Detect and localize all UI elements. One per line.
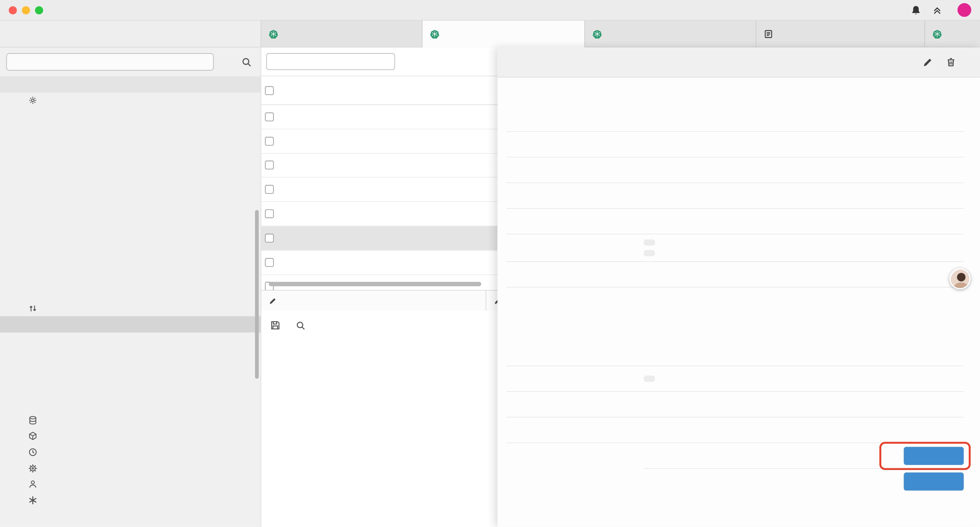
close-window-button[interactable]: [9, 6, 17, 14]
sidebar-item-services[interactable]: [0, 316, 261, 332]
sidebar-scrollbar-thumb[interactable]: [255, 210, 259, 379]
kubernetes-icon: [592, 29, 602, 38]
drawer-body: [497, 77, 980, 527]
filter-bar: [261, 47, 497, 76]
sidebar-item-definitions[interactable]: [0, 508, 261, 524]
sidebar-item-mutating-webhook-configurations[interactable]: [0, 268, 261, 284]
port-row: [644, 443, 964, 469]
table-row[interactable]: [261, 153, 497, 178]
kubeconfig-select[interactable]: [6, 53, 214, 70]
person-icon: [28, 479, 39, 489]
sidebar-item-ingress-classes[interactable]: [0, 364, 261, 380]
trash-icon[interactable]: [946, 57, 956, 68]
table-row[interactable]: [261, 202, 497, 226]
sidebar-item-port-forwarding[interactable]: [0, 396, 261, 412]
upgrade-icon: [932, 5, 942, 15]
tab-services[interactable]: [423, 21, 585, 48]
tab-argo[interactable]: [925, 21, 980, 47]
app-window: [0, 0, 980, 527]
row-checkbox[interactable]: [265, 137, 274, 145]
sidebar-item-validating-webhook-configurations[interactable]: [0, 284, 261, 300]
sidebar-item-limit-ranges[interactable]: [0, 156, 261, 172]
sidebar-item-cron-jobs[interactable]: [0, 76, 261, 92]
sidebar-item-ingresses[interactable]: [0, 348, 261, 364]
sidebar-item-pod-disruption-budgets[interactable]: [0, 204, 261, 220]
notification-count-badge[interactable]: [958, 3, 971, 17]
sidebar-item-namespaces[interactable]: [0, 428, 261, 444]
namespace-select[interactable]: [266, 53, 395, 70]
sidebar-item-resource-quotas[interactable]: [0, 140, 261, 156]
tab-strip: [0, 21, 980, 48]
field-type: [506, 262, 964, 288]
table-row-selected[interactable]: [261, 226, 497, 250]
save-icon[interactable]: [270, 320, 280, 331]
field-cluster-ip: [506, 341, 964, 366]
table-row[interactable]: [261, 178, 497, 202]
field-session-affinity: [506, 288, 964, 313]
clock-icon: [28, 447, 39, 457]
upgrade-button[interactable]: [932, 5, 946, 15]
sidebar-item-secrets[interactable]: [0, 124, 261, 140]
table-header: [261, 76, 497, 105]
sidebar-group-helm[interactable]: [0, 460, 261, 476]
sidebar-item-config-maps[interactable]: [0, 108, 261, 124]
editor-toolbar: [261, 310, 497, 340]
sidebar-item-horizontal-pod-autoscalers[interactable]: [0, 172, 261, 188]
search-icon[interactable]: [241, 57, 252, 67]
kubernetes-icon: [932, 29, 942, 38]
sidebar-item-vertical-pod-autoscalers[interactable]: [0, 188, 261, 204]
forward-button[interactable]: [904, 473, 964, 490]
storage-icon: [28, 416, 39, 425]
sidebar-item-network-policies[interactable]: [0, 380, 261, 396]
dock-tab-prometheusrule[interactable]: [261, 291, 486, 310]
sidebar-group-storage[interactable]: [0, 412, 261, 428]
properties-heading: [506, 86, 964, 107]
kubernetes-icon: [269, 29, 278, 38]
table-row[interactable]: [261, 250, 497, 275]
row-checkbox[interactable]: [265, 234, 274, 242]
services-list-panel: [261, 47, 497, 527]
row-checkbox[interactable]: [265, 161, 274, 169]
tab-prometheus-rules[interactable]: [585, 21, 756, 47]
editor-line: [261, 366, 497, 377]
horizontal-scrollbar-thumb[interactable]: [269, 282, 481, 286]
minimize-window-button[interactable]: [22, 6, 30, 14]
navigator-header: [0, 21, 261, 47]
notifications-bell-icon[interactable]: [911, 5, 921, 15]
dock-tab-partial[interactable]: [486, 291, 498, 310]
zoom-window-button[interactable]: [35, 6, 43, 14]
forward-button[interactable]: [904, 447, 964, 465]
sidebar-item-runtime-classes[interactable]: [0, 236, 261, 252]
row-checkbox[interactable]: [265, 185, 274, 194]
select-all-checkbox[interactable]: [265, 86, 274, 95]
avatar[interactable]: [949, 268, 970, 290]
tab-pods[interactable]: [261, 21, 422, 47]
tab-release-notes[interactable]: [756, 21, 925, 47]
field-namespace: [506, 158, 964, 183]
editor-line-folded: [261, 377, 497, 390]
sidebar-group-config[interactable]: [0, 92, 261, 108]
table-row[interactable]: [261, 105, 497, 129]
titlebar-right: [911, 3, 971, 17]
field-created: [506, 107, 964, 132]
sidebar-toolbar: [0, 47, 261, 76]
edit-pencil-icon[interactable]: [923, 57, 933, 68]
sidebar-group-custom-resources[interactable]: [0, 492, 261, 508]
field-name: [506, 132, 964, 158]
sidebar-item-leases[interactable]: [0, 252, 261, 268]
sidebar-group-access-control[interactable]: [0, 476, 261, 492]
search-icon[interactable]: [296, 320, 305, 330]
sidebar-group-network[interactable]: [0, 300, 261, 316]
row-checkbox[interactable]: [265, 209, 274, 218]
sidebar-item-priority-classes[interactable]: [0, 220, 261, 236]
row-checkbox[interactable]: [265, 112, 274, 121]
editor-line: [261, 413, 497, 425]
field-selector: [506, 234, 964, 262]
sidebar-item-endpoints[interactable]: [0, 332, 261, 348]
sidebar-item-events[interactable]: [0, 444, 261, 460]
table-row[interactable]: [261, 129, 497, 153]
row-checkbox[interactable]: [265, 258, 274, 266]
field-labels: [506, 183, 964, 209]
yaml-editor[interactable]: [261, 340, 497, 527]
namespaces-icon: [28, 431, 39, 441]
